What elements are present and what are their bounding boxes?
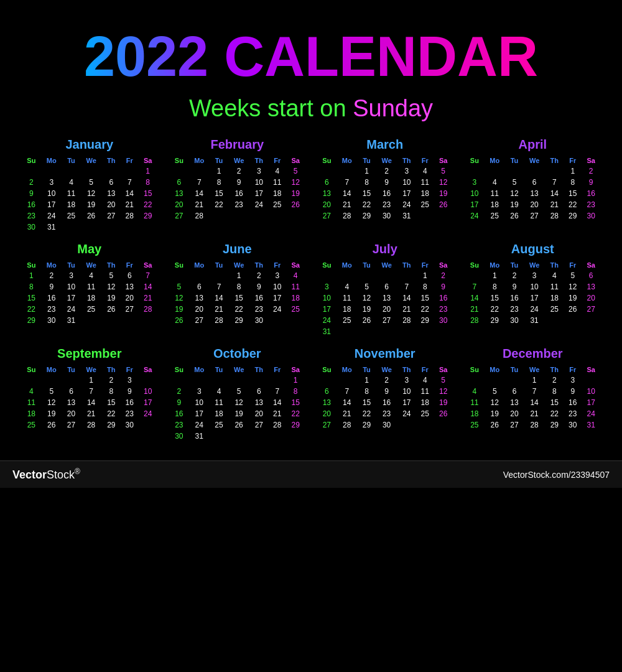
calendar-day bbox=[139, 419, 157, 431]
calendar-day: 30 bbox=[505, 315, 523, 326]
day-header-su: Su bbox=[317, 156, 337, 166]
calendar-day: 26 bbox=[170, 315, 189, 326]
calendar-day: 3 bbox=[524, 270, 545, 281]
calendar-day: 19 bbox=[484, 408, 505, 419]
calendar-day: 18 bbox=[286, 292, 305, 304]
day-header-fr: Fr bbox=[268, 156, 286, 166]
calendar-day: 7 bbox=[121, 177, 139, 188]
calendar-day: 8 bbox=[484, 281, 505, 292]
day-header-sa: Sa bbox=[286, 365, 305, 375]
day-header-fr: Fr bbox=[268, 260, 286, 270]
month-name: May bbox=[22, 242, 157, 256]
calendar-day bbox=[210, 431, 228, 442]
calendar-day: 12 bbox=[41, 397, 62, 408]
calendar-day: 29 bbox=[139, 210, 157, 222]
calendar-day: 17 bbox=[62, 292, 80, 304]
calendar-day: 11 bbox=[268, 177, 286, 188]
calendar-day bbox=[545, 166, 564, 177]
day-header-mo: Mo bbox=[484, 365, 505, 375]
calendar-day: 1 bbox=[358, 375, 376, 386]
month-name: February bbox=[170, 138, 305, 152]
calendar-day: 9 bbox=[121, 386, 139, 397]
day-header-fr: Fr bbox=[268, 365, 286, 375]
day-header-mo: Mo bbox=[188, 260, 210, 270]
month-table: SuMoTuWeThFrSa12345678910111213141516171… bbox=[465, 260, 601, 326]
calendar-day: 6 bbox=[524, 177, 545, 188]
calendar-day: 9 bbox=[376, 177, 397, 188]
calendar-day bbox=[80, 166, 102, 177]
calendar-day: 21 bbox=[210, 304, 228, 315]
calendar-day: 5 bbox=[80, 177, 102, 188]
calendar-day bbox=[228, 375, 250, 386]
calendar-day: 8 bbox=[358, 177, 376, 188]
calendar-day: 28 bbox=[268, 419, 286, 431]
calendar-day: 29 bbox=[545, 419, 564, 431]
calendar-day: 14 bbox=[524, 397, 545, 408]
calendar-day: 17 bbox=[397, 188, 416, 199]
calendar-day: 24 bbox=[582, 408, 600, 419]
calendar-day: 11 bbox=[337, 292, 358, 304]
calendar-day: 16 bbox=[250, 292, 269, 304]
calendar-day: 21 bbox=[139, 292, 157, 304]
calendar-day: 7 bbox=[524, 386, 545, 397]
calendar-day: 2 bbox=[545, 375, 564, 386]
calendar-day bbox=[484, 166, 505, 177]
day-header-we: We bbox=[80, 260, 102, 270]
calendar-day: 10 bbox=[465, 188, 485, 199]
calendar-day: 10 bbox=[250, 177, 269, 188]
calendar-day: 15 bbox=[139, 188, 157, 199]
calendar-day bbox=[337, 326, 358, 337]
calendar-day: 12 bbox=[505, 188, 523, 199]
day-header-su: Su bbox=[465, 156, 485, 166]
calendar-day: 29 bbox=[22, 315, 41, 326]
calendar-day: 8 bbox=[545, 386, 564, 397]
calendar-day: 30 bbox=[434, 315, 453, 326]
day-header-su: Su bbox=[22, 156, 41, 166]
calendar-day bbox=[121, 315, 139, 326]
calendar-day: 29 bbox=[484, 315, 505, 326]
calendar-day: 17 bbox=[317, 304, 337, 315]
calendar-day: 2 bbox=[376, 375, 397, 386]
day-header-tu: Tu bbox=[62, 156, 80, 166]
month-table: SuMoTuWeThFrSa12345678910111213141516171… bbox=[317, 156, 453, 222]
month-name: October bbox=[170, 347, 305, 361]
calendar-day: 17 bbox=[250, 188, 269, 199]
day-header-fr: Fr bbox=[416, 365, 434, 375]
calendar-day: 21 bbox=[80, 408, 102, 419]
month-april: AprilSuMoTuWeThFrSa123456789101112131415… bbox=[462, 138, 604, 233]
calendar-day: 14 bbox=[397, 292, 416, 304]
calendar-day: 3 bbox=[397, 166, 416, 177]
calendar-day: 18 bbox=[210, 408, 228, 419]
calendar-day: 11 bbox=[22, 397, 41, 408]
calendar-day bbox=[505, 375, 523, 386]
calendar-day bbox=[286, 431, 305, 442]
calendar-day bbox=[139, 315, 157, 326]
calendar-day: 17 bbox=[465, 199, 485, 210]
calendar-day: 10 bbox=[582, 386, 600, 397]
day-header-fr: Fr bbox=[121, 156, 139, 166]
calendar-day: 16 bbox=[41, 292, 62, 304]
calendar-day: 13 bbox=[250, 397, 269, 408]
calendar-day: 13 bbox=[524, 188, 545, 199]
calendar-day: 30 bbox=[170, 431, 189, 442]
day-header-tu: Tu bbox=[210, 365, 228, 375]
calendar-day: 8 bbox=[139, 177, 157, 188]
calendar-day: 20 bbox=[250, 408, 269, 419]
calendar-day bbox=[268, 375, 286, 386]
calendar-day bbox=[268, 315, 286, 326]
calendar-day: 18 bbox=[22, 408, 41, 419]
calendar-day bbox=[397, 419, 416, 431]
calendar-day: 18 bbox=[80, 292, 102, 304]
calendar-day bbox=[210, 210, 228, 222]
calendar-day: 5 bbox=[505, 177, 523, 188]
calendar-day: 14 bbox=[139, 281, 157, 292]
calendar-day: 4 bbox=[62, 177, 80, 188]
calendar-day: 21 bbox=[337, 199, 358, 210]
calendar-day: 17 bbox=[582, 397, 600, 408]
calendar-day: 7 bbox=[465, 281, 485, 292]
day-header-su: Su bbox=[22, 365, 41, 375]
calendar-day bbox=[434, 419, 453, 431]
day-header-sa: Sa bbox=[139, 365, 157, 375]
calendar-day bbox=[434, 210, 453, 222]
calendar-day: 11 bbox=[62, 188, 80, 199]
